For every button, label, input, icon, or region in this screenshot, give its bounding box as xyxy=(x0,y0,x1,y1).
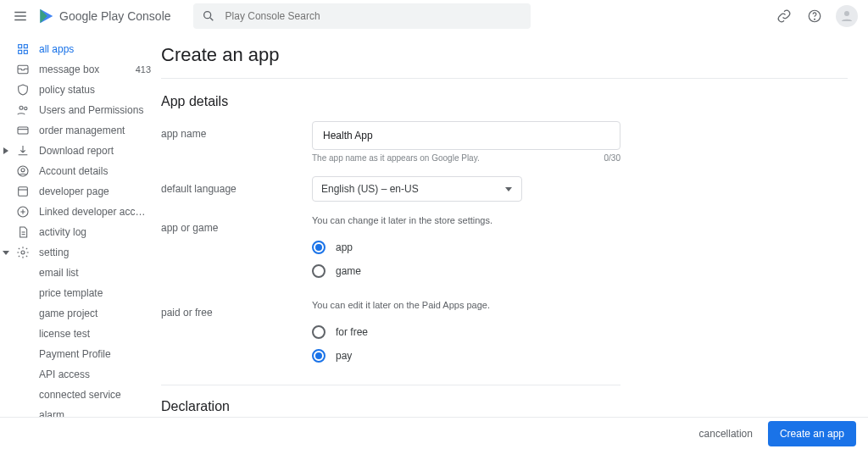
radio-label: game xyxy=(336,265,361,277)
sidebar-item-label: Account details xyxy=(39,165,151,177)
sidebar-badge: 413 xyxy=(136,64,151,75)
svg-rect-14 xyxy=(18,127,28,134)
radio-dot-icon xyxy=(312,241,326,254)
apps-icon xyxy=(15,42,31,57)
radio-label: app xyxy=(336,241,353,253)
sidebar-sub-payment-profile[interactable]: Payment Profile xyxy=(0,344,159,364)
app-name-counter: 0/30 xyxy=(604,153,620,163)
svg-rect-19 xyxy=(19,187,28,197)
footer-bar: cancellation Create an app xyxy=(0,417,868,449)
svg-line-3 xyxy=(210,18,213,20)
help-button[interactable] xyxy=(805,7,824,25)
document-icon xyxy=(15,224,31,240)
sidebar-item-label: API access xyxy=(39,369,151,380)
divider xyxy=(161,385,620,385)
sidebar-sub-license-test[interactable]: license test xyxy=(0,324,159,344)
search-input[interactable] xyxy=(225,10,522,22)
sidebar-sub-api-access[interactable]: API access xyxy=(0,364,159,385)
sidebar-item-label: developer page xyxy=(39,186,151,197)
cancel-button[interactable]: cancellation xyxy=(699,428,753,440)
sidebar-item-all-apps[interactable]: all apps xyxy=(0,39,159,59)
sidebar-item-label: activity log xyxy=(39,226,151,238)
sidebar-item-label: Download report xyxy=(39,145,151,157)
section-app-details: App details xyxy=(161,94,848,109)
sidebar-sub-email-list[interactable]: email list xyxy=(0,263,159,283)
link-button[interactable] xyxy=(775,7,793,25)
label-app-or-game: app or game xyxy=(161,215,312,283)
linked-icon xyxy=(15,204,31,219)
inbox-icon xyxy=(15,62,31,77)
sidebar-item-label: message box xyxy=(39,64,136,75)
radio-free[interactable]: for free xyxy=(312,320,620,344)
sidebar-item-download-report[interactable]: Download report xyxy=(0,141,159,161)
radio-dot-icon xyxy=(312,349,326,363)
radio-pay[interactable]: pay xyxy=(312,344,620,368)
sidebar-item-label: game project xyxy=(39,308,151,319)
default-language-select[interactable]: English (US) – en-US xyxy=(312,176,522,202)
download-icon xyxy=(15,143,31,158)
label-default-language: default language xyxy=(161,176,312,202)
create-app-button[interactable]: Create an app xyxy=(768,421,856,446)
main-content: Create an app App details app name The a… xyxy=(159,32,868,417)
radio-game[interactable]: game xyxy=(312,259,620,283)
sidebar-sub-alarm[interactable]: alarm xyxy=(0,405,159,417)
sidebar-item-activity-log[interactable]: activity log xyxy=(0,222,159,242)
sidebar-item-users-permissions[interactable]: Users and Permissions xyxy=(0,100,159,120)
svg-point-25 xyxy=(21,251,25,254)
link-icon xyxy=(776,8,792,24)
svg-point-18 xyxy=(21,169,25,172)
sidebar-item-label: email list xyxy=(39,267,151,279)
svg-marker-26 xyxy=(505,187,512,191)
sidebar-sub-game-project[interactable]: game project xyxy=(0,303,159,324)
help-icon xyxy=(807,8,822,24)
svg-rect-10 xyxy=(24,50,27,53)
account-avatar[interactable] xyxy=(836,5,858,27)
svg-rect-8 xyxy=(24,45,27,48)
svg-marker-24 xyxy=(3,251,9,255)
select-value: English (US) – en-US xyxy=(321,183,419,195)
sidebar-sub-connected-service[interactable]: connected service xyxy=(0,385,159,405)
chevron-down-icon xyxy=(504,185,513,193)
sidebar-item-account-details[interactable]: Account details xyxy=(0,161,159,181)
menu-icon xyxy=(13,8,28,24)
search-bar[interactable] xyxy=(193,3,531,29)
card-icon xyxy=(15,123,31,138)
menu-button[interactable] xyxy=(10,6,31,26)
sidebar-item-label: setting xyxy=(39,247,151,258)
sidebar-item-setting[interactable]: setting xyxy=(0,242,159,263)
account-icon xyxy=(15,164,31,179)
app-name-input[interactable] xyxy=(312,121,620,150)
sidebar-item-label: all apps xyxy=(39,43,151,55)
radio-dot-icon xyxy=(312,325,326,339)
sidebar-item-label: alarm xyxy=(39,409,151,417)
svg-rect-7 xyxy=(19,45,22,48)
svg-point-2 xyxy=(203,12,210,19)
sidebar-item-order-management[interactable]: order management xyxy=(0,120,159,141)
sidebar-item-policy-status[interactable]: policy status xyxy=(0,80,159,100)
sidebar-item-developer-page[interactable]: developer page xyxy=(0,181,159,202)
play-console-logo: Google Play Console xyxy=(37,8,171,25)
caret-right-icon xyxy=(2,146,12,156)
sidebar-item-label: Users and Permissions xyxy=(39,104,151,116)
radio-label: pay xyxy=(336,350,352,362)
sidebar-item-label: Linked developer account xyxy=(39,206,151,218)
radio-app[interactable]: app xyxy=(312,236,620,259)
label-paid-or-free: paid or free xyxy=(161,300,312,368)
svg-rect-9 xyxy=(19,50,22,53)
avatar-icon xyxy=(839,8,854,24)
sidebar-item-linked-developer-account[interactable]: Linked developer account xyxy=(0,202,159,222)
caret-down-icon xyxy=(2,247,12,258)
logo-text: Google Play Console xyxy=(59,9,171,23)
sidebar-item-message-box[interactable]: message box 413 xyxy=(0,59,159,80)
app-name-helper: The app name as it appears on Google Pla… xyxy=(312,153,480,163)
sidebar-item-label: license test xyxy=(39,328,151,340)
paid-or-free-hint: You can edit it later on the Paid Apps p… xyxy=(312,300,620,310)
page-title: Create an app xyxy=(161,44,848,66)
page-icon xyxy=(15,184,31,199)
divider xyxy=(161,78,848,79)
svg-point-13 xyxy=(25,107,27,109)
sidebar-sub-price-template[interactable]: price template xyxy=(0,283,159,303)
label-app-name: app name xyxy=(161,121,312,163)
play-icon xyxy=(37,8,54,25)
sidebar-item-label: connected service xyxy=(39,389,151,401)
